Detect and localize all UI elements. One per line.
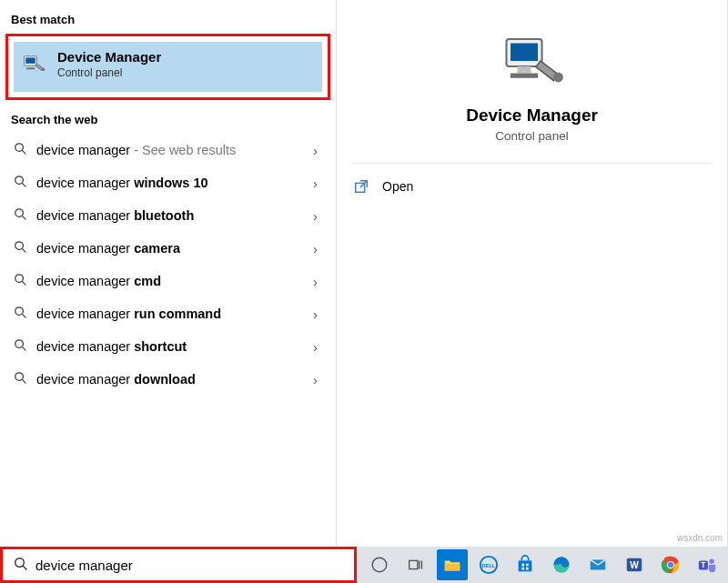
- svg-line-10: [22, 216, 25, 219]
- web-result-item[interactable]: device manager shortcut›: [7, 330, 329, 363]
- web-result-text: device manager shortcut: [36, 339, 304, 354]
- svg-rect-23: [517, 66, 531, 74]
- device-manager-icon-large: [500, 31, 565, 96]
- section-header-search-web: Search the web: [0, 100, 336, 134]
- open-label: Open: [382, 179, 413, 194]
- best-match-subtitle: Control panel: [57, 66, 161, 79]
- chevron-right-icon: ›: [313, 208, 323, 224]
- svg-text:DELL: DELL: [482, 563, 496, 568]
- svg-line-14: [22, 281, 25, 285]
- chevron-right-icon: ›: [313, 339, 323, 355]
- web-result-text: device manager bluetooth: [36, 208, 304, 223]
- svg-rect-37: [521, 564, 524, 567]
- svg-point-47: [668, 562, 673, 568]
- web-result-item[interactable]: device manager windows 10›: [7, 166, 329, 199]
- svg-rect-36: [519, 560, 532, 571]
- svg-point-13: [15, 275, 23, 283]
- teams-icon[interactable]: T: [692, 549, 723, 580]
- svg-rect-38: [526, 564, 529, 567]
- svg-point-29: [372, 558, 387, 572]
- section-header-best-match: Best match: [0, 0, 336, 34]
- svg-rect-2: [28, 65, 33, 67]
- web-result-item[interactable]: device manager camera›: [7, 232, 329, 265]
- svg-point-4: [42, 67, 46, 71]
- details-panel: Device Manager Control panel Open: [337, 0, 728, 547]
- web-result-text: device manager run command: [36, 307, 304, 321]
- best-match-result[interactable]: Device Manager Control panel: [14, 42, 322, 92]
- device-manager-icon: [21, 52, 46, 77]
- web-result-item[interactable]: device manager - See web results›: [7, 134, 329, 166]
- svg-rect-24: [511, 74, 538, 78]
- svg-line-16: [22, 314, 25, 317]
- chevron-right-icon: ›: [313, 307, 323, 322]
- search-icon: [13, 207, 27, 224]
- web-result-text: device manager cmd: [36, 274, 304, 288]
- web-result-item[interactable]: device manager run command›: [7, 297, 329, 330]
- web-results-list: device manager - See web results›device …: [0, 134, 336, 396]
- details-subtitle: Control panel: [337, 129, 727, 143]
- best-match-title: Device Manager: [57, 49, 161, 65]
- search-icon: [13, 338, 27, 355]
- highlight-box-search: [0, 547, 357, 583]
- task-view-icon[interactable]: [400, 549, 431, 580]
- details-title: Device Manager: [337, 106, 727, 126]
- svg-line-18: [22, 347, 25, 350]
- search-icon: [13, 240, 27, 256]
- svg-rect-1: [25, 57, 35, 63]
- svg-point-5: [15, 144, 23, 152]
- svg-text:T: T: [701, 561, 705, 569]
- chevron-right-icon: ›: [313, 274, 323, 289]
- edge-icon[interactable]: [546, 549, 577, 580]
- search-icon: [13, 273, 27, 289]
- search-icon: [13, 175, 27, 191]
- highlight-box-best-match: Device Manager Control panel: [5, 34, 330, 100]
- web-result-text: device manager download: [36, 372, 304, 387]
- svg-point-19: [15, 373, 23, 381]
- chevron-right-icon: ›: [313, 143, 323, 158]
- chevron-right-icon: ›: [313, 372, 323, 387]
- mail-icon[interactable]: [582, 549, 613, 580]
- search-input[interactable]: [35, 549, 354, 580]
- svg-point-9: [15, 209, 23, 217]
- svg-rect-40: [526, 568, 529, 570]
- chrome-icon[interactable]: [655, 549, 686, 580]
- web-result-text: device manager windows 10: [36, 176, 304, 190]
- svg-rect-39: [521, 568, 524, 570]
- cortana-icon[interactable]: [364, 549, 395, 580]
- web-result-item[interactable]: device manager download›: [7, 363, 329, 396]
- taskbar: DELL W T: [357, 547, 728, 583]
- svg-point-11: [15, 242, 23, 250]
- svg-point-27: [15, 558, 25, 567]
- search-icon: [13, 142, 27, 158]
- chevron-right-icon: ›: [313, 241, 323, 256]
- search-results-panel: Best match Device Manager Control panel …: [0, 0, 337, 547]
- web-result-item[interactable]: device manager bluetooth›: [7, 199, 329, 232]
- svg-line-28: [23, 566, 26, 569]
- svg-line-20: [22, 379, 25, 383]
- watermark: wsxdn.com: [677, 533, 723, 543]
- svg-point-50: [709, 559, 714, 565]
- web-result-text: device manager camera: [36, 241, 304, 256]
- word-icon[interactable]: W: [619, 549, 650, 580]
- search-icon: [13, 371, 27, 387]
- open-icon: [353, 178, 369, 195]
- store-icon[interactable]: [510, 549, 541, 580]
- svg-text:W: W: [630, 560, 639, 570]
- svg-line-12: [22, 248, 25, 252]
- search-icon: [13, 306, 27, 322]
- search-icon: [14, 557, 28, 574]
- file-explorer-icon[interactable]: [437, 549, 468, 580]
- svg-rect-22: [511, 44, 538, 62]
- open-action[interactable]: Open: [337, 164, 727, 209]
- chevron-right-icon: ›: [313, 176, 323, 191]
- web-result-item[interactable]: device manager cmd›: [7, 265, 329, 297]
- svg-rect-30: [410, 560, 418, 568]
- svg-point-25: [553, 73, 563, 83]
- svg-point-15: [15, 307, 23, 316]
- svg-line-8: [22, 183, 25, 186]
- svg-point-7: [15, 176, 23, 185]
- svg-line-6: [22, 150, 25, 154]
- best-match-text: Device Manager Control panel: [57, 49, 161, 79]
- svg-point-17: [15, 340, 23, 348]
- dell-icon[interactable]: DELL: [473, 549, 504, 580]
